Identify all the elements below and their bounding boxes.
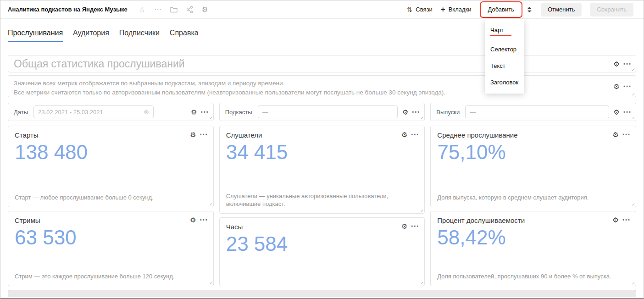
episodes-value: —	[470, 109, 476, 116]
links-button[interactable]: ⇅ Связи	[407, 6, 433, 13]
card-title: Стримы	[15, 216, 207, 224]
widget-menu-icon[interactable]: ⋯	[411, 108, 420, 116]
date-range-value: 23.02.2021 - 25.03.2021	[38, 109, 103, 116]
widget-menu-icon[interactable]: ⋯	[622, 216, 630, 224]
resize-handle[interactable]	[419, 280, 423, 284]
podcasts-value: —	[262, 109, 268, 116]
widget-menu-icon[interactable]: ⋯	[411, 130, 419, 138]
widget-menu-icon[interactable]: ⋯	[623, 60, 631, 68]
add-split-toggle[interactable]	[526, 3, 533, 17]
card-value: 58,42%	[437, 226, 629, 249]
card-value: 138 480	[15, 141, 207, 164]
dashboard-body: Общая статистика прослушиваний ⚙ ⋯ Значе…	[0, 55, 644, 297]
widget-settings-icon[interactable]: ⚙	[613, 216, 619, 223]
widget-controls: ⚙ ⋯	[614, 82, 631, 90]
widget-controls: ⚙ ⋯	[401, 222, 419, 230]
card-title: Слушатели	[226, 131, 418, 139]
widget-settings-icon[interactable]: ⚙	[191, 109, 197, 116]
favorite-star-icon[interactable]: ☆	[139, 6, 145, 13]
folder-icon[interactable]	[170, 6, 178, 13]
stat-cards-grid: ⚙ ⋯ Старты 138 480 Старт — любое прослуш…	[8, 126, 636, 286]
card-title: Среднее прослушивание	[437, 131, 629, 139]
menu-item-header[interactable]: Заголовок	[485, 74, 524, 90]
resize-handle[interactable]	[208, 280, 212, 284]
selectors-row: Даты 23.02.2021 - 25.03.2021 ⊗ ⚙ ⋯ Подка…	[8, 103, 636, 121]
add-button-annotation-box: Добавить	[480, 1, 522, 18]
card-title: Старты	[15, 131, 207, 139]
widget-menu-icon[interactable]: ⋯	[411, 222, 419, 230]
widget-menu-icon[interactable]: ⋯	[200, 130, 208, 138]
resize-handle[interactable]	[419, 208, 423, 212]
clear-icon[interactable]: ⊗	[144, 109, 149, 115]
text-widget: Значение всех метрик отображается по выб…	[8, 75, 636, 97]
widget-settings-icon[interactable]: ⚙	[402, 109, 408, 116]
date-range-input[interactable]: 23.02.2021 - 25.03.2021 ⊗	[33, 105, 154, 118]
widget-menu-icon[interactable]: ⋯	[622, 130, 630, 138]
stat-card-streams: ⚙ ⋯ Стримы 63 530 Стрим — это каждое про…	[8, 211, 214, 286]
widget-controls: ⚙ ⋯	[191, 108, 208, 116]
widget-controls: ⚙ ⋯	[190, 216, 207, 224]
stat-card-starts: ⚙ ⋯ Старты 138 480 Старт — любое прослуш…	[8, 126, 214, 207]
resize-handle[interactable]	[630, 280, 634, 284]
widget-controls: ⚙ ⋯	[613, 216, 630, 224]
selector-episodes: Выпуски — ⚙ ⋯	[430, 103, 636, 121]
selector-label: Выпуски	[436, 109, 460, 116]
widget-settings-icon[interactable]: ⚙	[614, 61, 620, 67]
menu-item-selector[interactable]: Селектор	[485, 41, 524, 57]
menu-item-text[interactable]: Текст	[485, 57, 524, 74]
links-arrows-icon: ⇅	[407, 6, 413, 13]
tab-spravka[interactable]: Справка	[170, 29, 199, 42]
widget-settings-icon[interactable]: ⚙	[190, 131, 196, 138]
episodes-select[interactable]: —	[465, 105, 609, 118]
resize-handle[interactable]	[208, 201, 212, 205]
widget-settings-icon[interactable]: ⚙	[401, 131, 407, 138]
menu-item-chart[interactable]: Чарт	[485, 22, 524, 41]
tabs-label: Вкладки	[449, 6, 472, 13]
card-footer: Доля пользователей, прослушавших 90 и бо…	[437, 272, 624, 281]
dashboard-tabs: Прослушивания Аудитория Подписчики Справ…	[0, 19, 644, 42]
settings-gear-icon[interactable]: ⚙	[202, 6, 208, 13]
tab-auditoriya[interactable]: Аудитория	[73, 29, 109, 42]
plus-icon: +	[441, 6, 445, 13]
card-footer: Доля выпуска, которую в среднем слушает …	[437, 194, 624, 202]
section-title: Общая статистика прослушиваний	[14, 58, 185, 70]
widget-menu-icon[interactable]: ⋯	[200, 216, 208, 224]
card-value: 75,10%	[437, 141, 629, 164]
widget-settings-icon[interactable]: ⚙	[614, 109, 620, 116]
widget-controls: ⚙ ⋯	[190, 130, 207, 138]
tab-proslushivaniya[interactable]: Прослушивания	[8, 29, 63, 42]
selector-label: Даты	[14, 109, 28, 116]
menu-item-chart-label: Чарт	[490, 27, 511, 36]
card-value: 63 530	[15, 226, 207, 249]
widget-menu-icon[interactable]: ⋯	[623, 108, 631, 116]
more-options-icon[interactable]: ⋯	[154, 6, 161, 13]
toolbar: Аналитика подкастов на Яндекс Музыке ☆ ⋯…	[0, 0, 644, 19]
cancel-button[interactable]: Отменить	[541, 3, 582, 17]
widget-settings-icon[interactable]: ⚙	[401, 223, 407, 230]
header-widget: Общая статистика прослушиваний ⚙ ⋯	[8, 55, 636, 72]
widget-settings-icon[interactable]: ⚙	[190, 216, 196, 223]
widget-menu-icon[interactable]: ⋯	[200, 108, 209, 116]
widget-menu-icon[interactable]: ⋯	[623, 82, 631, 90]
widget-controls: ⚙ ⋯	[402, 108, 420, 116]
widget-settings-icon[interactable]: ⚙	[613, 131, 619, 138]
resize-handle[interactable]	[630, 201, 634, 205]
card-title: Процент дослушиваемости	[437, 216, 629, 224]
widget-controls: ⚙ ⋯	[401, 130, 419, 138]
links-label: Связи	[416, 6, 432, 13]
tab-podpischiki[interactable]: Подписчики	[119, 29, 160, 42]
add-button[interactable]: Добавить	[481, 3, 521, 17]
document-title: Аналитика подкастов на Яндекс Музыке	[8, 6, 128, 13]
selector-label: Подкасты	[225, 109, 252, 116]
widget-controls: ⚙ ⋯	[613, 130, 630, 138]
card-footer: Слушатели — уникальные авторизованные по…	[226, 192, 413, 208]
add-tab-button[interactable]: + Вкладки	[441, 6, 472, 13]
widget-settings-icon[interactable]: ⚙	[614, 83, 620, 90]
selector-dates: Даты 23.02.2021 - 25.03.2021 ⊗ ⚙ ⋯	[8, 103, 214, 121]
card-footer: Стрим — это каждое прослушивание больше …	[15, 272, 201, 281]
share-icon[interactable]	[186, 6, 193, 13]
save-button[interactable]: Сохранить	[590, 3, 633, 17]
stat-card-avg-listen: ⚙ ⋯ Среднее прослушивание 75,10% Доля вы…	[430, 126, 636, 207]
resize-handle[interactable]	[630, 91, 634, 95]
podcasts-select[interactable]: —	[258, 105, 398, 118]
